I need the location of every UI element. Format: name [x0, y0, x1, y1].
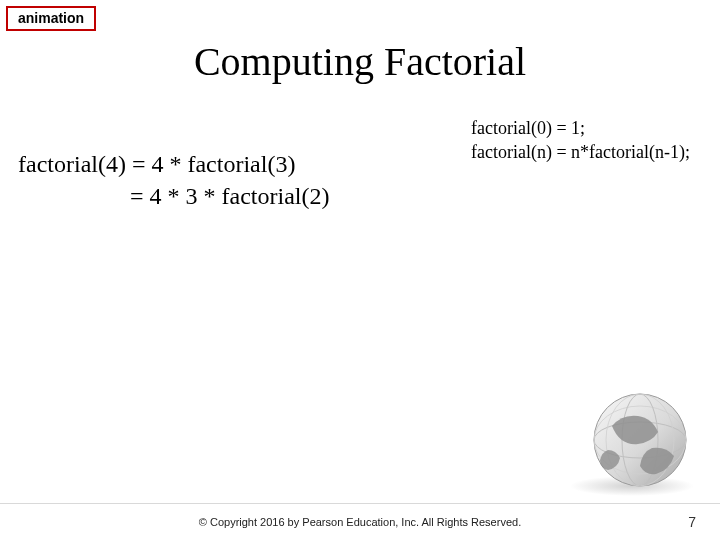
page-title: Computing Factorial — [0, 38, 720, 85]
animation-badge-label: animation — [18, 10, 84, 26]
definition-block: factorial(0) = 1; factorial(n) = n*facto… — [471, 116, 690, 165]
globe-icon — [562, 388, 702, 498]
derivation-line-2-text: = 4 * 3 * factorial(2) — [130, 183, 329, 209]
derivation-line-1: factorial(4) = 4 * factorial(3) — [18, 148, 329, 180]
animation-badge: animation — [6, 6, 96, 31]
copyright-text: © Copyright 2016 by Pearson Education, I… — [0, 516, 720, 528]
footer-divider — [0, 503, 720, 504]
page-number: 7 — [688, 514, 696, 530]
derivation-line-2: = 4 * 3 * factorial(2) — [18, 180, 329, 212]
derivation-block: factorial(4) = 4 * factorial(3) = 4 * 3 … — [18, 148, 329, 213]
globe-decoration — [562, 388, 702, 498]
slide: animation Computing Factorial factorial(… — [0, 0, 720, 540]
definition-recursive-case: factorial(n) = n*factorial(n-1); — [471, 140, 690, 164]
definition-base-case: factorial(0) = 1; — [471, 116, 690, 140]
